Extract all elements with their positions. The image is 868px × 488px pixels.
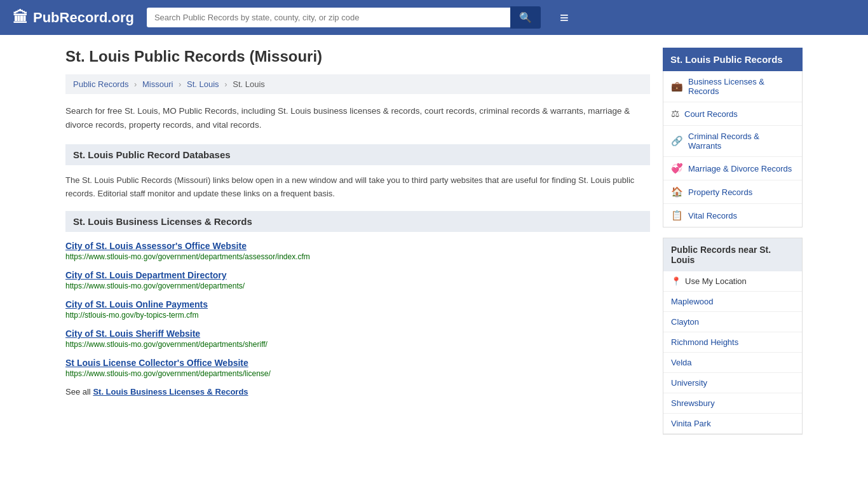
sidebar-nearby-richmond[interactable]: Richmond Heights bbox=[663, 332, 802, 353]
description: Search for free St. Louis, MO Public Rec… bbox=[65, 104, 650, 132]
record-item-0: City of St. Louis Assessor's Office Webs… bbox=[65, 241, 650, 261]
sidebar-nearby-label-2: Clayton bbox=[671, 317, 699, 327]
see-all-link[interactable]: St. Louis Business Licenses & Records bbox=[93, 387, 248, 396]
record-item-3: City of St. Louis Sheriff Website https:… bbox=[65, 329, 650, 349]
business-section-header: St. Louis Business Licenses & Records bbox=[65, 211, 650, 232]
main-container: St. Louis Public Records (Missouri) Publ… bbox=[53, 35, 815, 458]
sidebar-item-court[interactable]: ⚖ Court Records bbox=[663, 102, 802, 126]
breadcrumb-stlouis-2: St. Louis bbox=[233, 79, 265, 89]
logo-text: PubRecord.org bbox=[33, 10, 134, 26]
logo-icon: 🏛 bbox=[13, 9, 28, 27]
sidebar-item-property[interactable]: 🏠 Property Records bbox=[663, 180, 802, 204]
breadcrumb-stlouis-1[interactable]: St. Louis bbox=[187, 79, 219, 89]
see-all: See all St. Louis Business Licenses & Re… bbox=[65, 387, 650, 396]
sidebar-nearby-shrewsbury[interactable]: Shrewsbury bbox=[663, 393, 802, 414]
sidebar-nearby-section: 📍 Use My Location Maplewood Clayton Rich… bbox=[663, 271, 803, 435]
search-icon: 🔍 bbox=[519, 12, 532, 23]
sidebar-nearby-label-0: Use My Location bbox=[685, 276, 747, 286]
sidebar-item-vital[interactable]: 📋 Vital Records bbox=[663, 204, 802, 227]
record-url-4: https://www.stlouis-mo.gov/government/de… bbox=[65, 369, 650, 378]
sidebar-label-vital: Vital Records bbox=[688, 211, 737, 220]
search-button[interactable]: 🔍 bbox=[510, 6, 541, 29]
databases-section-desc: The St. Louis Public Records (Missouri) … bbox=[65, 174, 650, 201]
sidebar-item-business[interactable]: 💼 Business Licenses & Records bbox=[663, 71, 802, 102]
record-item-2: City of St. Louis Online Payments http:/… bbox=[65, 299, 650, 320]
breadcrumb-sep-1: › bbox=[134, 79, 137, 89]
breadcrumb-missouri[interactable]: Missouri bbox=[142, 79, 173, 89]
record-link-2[interactable]: City of St. Louis Online Payments bbox=[65, 299, 650, 309]
marriage-icon: 💞 bbox=[671, 163, 683, 174]
breadcrumb-sep-2: › bbox=[179, 79, 181, 89]
sidebar-nearby-university[interactable]: University bbox=[663, 373, 802, 393]
databases-section-header: St. Louis Public Record Databases bbox=[65, 144, 650, 165]
sidebar-nearby-label-5: University bbox=[671, 378, 707, 388]
records-list: City of St. Louis Assessor's Office Webs… bbox=[65, 241, 650, 378]
court-icon: ⚖ bbox=[671, 108, 679, 119]
sidebar-item-criminal[interactable]: 🔗 Criminal Records & Warrants bbox=[663, 126, 802, 157]
record-url-2: http://stlouis-mo.gov/by-topics-term.cfm bbox=[65, 311, 650, 320]
header: 🏛 PubRecord.org 🔍 ≡ bbox=[0, 0, 868, 35]
sidebar-nearby-clayton[interactable]: Clayton bbox=[663, 312, 802, 332]
location-icon: 📍 bbox=[671, 276, 681, 286]
hamburger-icon[interactable]: ≡ bbox=[560, 9, 569, 27]
sidebar-use-location[interactable]: 📍 Use My Location bbox=[663, 271, 802, 292]
record-url-3: https://www.stlouis-mo.gov/government/de… bbox=[65, 340, 650, 349]
sidebar-nearby-maplewood[interactable]: Maplewood bbox=[663, 292, 802, 312]
criminal-icon: 🔗 bbox=[671, 135, 683, 147]
sidebar-nearby-label-1: Maplewood bbox=[671, 297, 714, 306]
logo[interactable]: 🏛 PubRecord.org bbox=[13, 9, 134, 27]
sidebar-records-section: 💼 Business Licenses & Records ⚖ Court Re… bbox=[663, 71, 803, 227]
sidebar-nearby-title: Public Records near St. Louis bbox=[663, 238, 803, 271]
record-url-1: https://www.stlouis-mo.gov/government/de… bbox=[65, 281, 650, 290]
sidebar-nearby-label-6: Shrewsbury bbox=[671, 398, 715, 408]
sidebar-label-marriage: Marriage & Divorce Records bbox=[688, 164, 792, 173]
business-icon: 💼 bbox=[671, 81, 683, 92]
record-link-3[interactable]: City of St. Louis Sheriff Website bbox=[65, 329, 650, 339]
sidebar-item-marriage[interactable]: 💞 Marriage & Divorce Records bbox=[663, 157, 802, 180]
record-link-1[interactable]: City of St. Louis Department Directory bbox=[65, 270, 650, 280]
content: St. Louis Public Records (Missouri) Publ… bbox=[65, 48, 650, 445]
vital-icon: 📋 bbox=[671, 210, 683, 221]
search-input[interactable] bbox=[147, 8, 510, 27]
sidebar-nearby-label-7: Vinita Park bbox=[671, 419, 711, 428]
breadcrumb-sep-3: › bbox=[224, 79, 227, 89]
sidebar-nearby-velda[interactable]: Velda bbox=[663, 353, 802, 373]
breadcrumb-public-records[interactable]: Public Records bbox=[73, 79, 128, 89]
sidebar-nearby-label-3: Richmond Heights bbox=[671, 337, 738, 347]
sidebar-label-criminal: Criminal Records & Warrants bbox=[688, 132, 794, 151]
sidebar-label-property: Property Records bbox=[688, 187, 752, 197]
page-title: St. Louis Public Records (Missouri) bbox=[65, 48, 650, 65]
sidebar-nearby-label-4: Velda bbox=[671, 358, 692, 367]
record-link-4[interactable]: St Louis License Collector's Office Webs… bbox=[65, 358, 650, 368]
sidebar-label-business: Business Licenses & Records bbox=[688, 77, 794, 96]
breadcrumb: Public Records › Missouri › St. Louis › … bbox=[65, 74, 650, 94]
record-link-0[interactable]: City of St. Louis Assessor's Office Webs… bbox=[65, 241, 650, 251]
sidebar-nearby-vinita[interactable]: Vinita Park bbox=[663, 414, 802, 434]
sidebar: St. Louis Public Records 💼 Business Lice… bbox=[663, 48, 803, 445]
record-url-0: https://www.stlouis-mo.gov/government/de… bbox=[65, 252, 650, 261]
search-bar: 🔍 bbox=[147, 6, 541, 29]
property-icon: 🏠 bbox=[671, 186, 683, 198]
sidebar-title: St. Louis Public Records bbox=[663, 48, 803, 71]
record-item-4: St Louis License Collector's Office Webs… bbox=[65, 358, 650, 378]
sidebar-label-court: Court Records bbox=[684, 109, 738, 119]
record-item-1: City of St. Louis Department Directory h… bbox=[65, 270, 650, 290]
